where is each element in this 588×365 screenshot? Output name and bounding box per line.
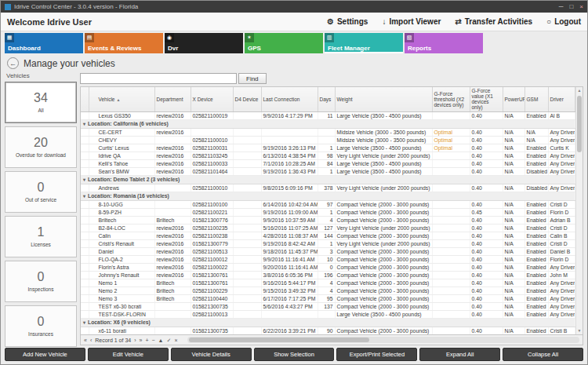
edit-vehicle-button[interactable]: Edit Vehicle — [88, 348, 169, 361]
vehicle-row-briltech[interactable]: BriltechBriltech0158213007769/9/2016 10:… — [81, 216, 575, 224]
filter-label: All — [36, 108, 45, 114]
tab-dvr[interactable]: ◉Dvr — [165, 33, 243, 53]
vehicle-row-ce-cert[interactable]: CE-CERTreview2016Midsize Vehicle (3000 -… — [81, 128, 575, 136]
nav-next-button[interactable]: › — [134, 338, 136, 343]
nav-first-button[interactable]: « — [84, 338, 87, 343]
vehicle-row-x6-11-borati[interactable]: x6-11 borati0158213007356/22/2016 3:39:2… — [81, 327, 575, 334]
vehicle-row-florin-s-astra[interactable]: Florin's Astrareview20160258211000229/20… — [81, 263, 575, 271]
tab-dashboard[interactable]: ▦Dashboard — [5, 33, 83, 53]
group-row-location-romania-16-vehicles[interactable]: ▾Location: Romania (16 vehicles) — [81, 192, 575, 200]
column-header-d4-device[interactable]: D4 Device — [233, 87, 261, 111]
vehicle-filter-card-overdue-for-download[interactable]: 20Overdue for download — [5, 126, 77, 168]
vehicle-row-curtis-lexus[interactable]: Curtis' Lexusreview20160258211000319/19/… — [81, 144, 575, 151]
group-row-location-california-6-vehicles[interactable]: ▾Location: California (6 vehicles) — [81, 119, 575, 128]
group-row-location-x6-9-vehicles[interactable]: ▾Location: X6 (9 vehicles) — [81, 318, 575, 327]
column-header-x-device[interactable]: X Device — [191, 87, 233, 111]
column-header-powerup[interactable]: PowerUP — [503, 87, 524, 111]
cell-x-device: 025821100033 — [191, 159, 233, 167]
vehicle-filter-card-out-of-service[interactable]: 0Out of service — [5, 171, 77, 213]
back-button[interactable]: ← — [7, 57, 19, 69]
collapse-caret-icon[interactable]: ▾ — [83, 177, 85, 182]
vehicle-row-8-59-pzh[interactable]: 8-59-PZH0258211002219/19/2016 11:09:00 A… — [81, 208, 575, 216]
vehicle-filter-card-all[interactable]: 34All — [5, 82, 77, 123]
nav-cancel-button[interactable]: × — [174, 338, 177, 343]
export-print-selected-button[interactable]: Export/Print Selected — [336, 348, 417, 361]
tab-reports[interactable]: ▧Reports — [405, 33, 483, 53]
close-button[interactable]: × — [579, 3, 583, 10]
tab-fleet-manager[interactable]: ▥Fleet Manager — [325, 33, 403, 53]
expand-all-button[interactable]: Expand All — [419, 348, 500, 361]
cell-d4-device — [233, 216, 261, 224]
column-header-gsm[interactable]: GSM — [524, 87, 548, 111]
search-input[interactable] — [80, 73, 237, 84]
cell-vehicle: Kelli's Tahoe — [89, 159, 154, 167]
vehicle-row-cristi-s-renault[interactable]: Cristi's Renaultreview20160158213007799/… — [81, 239, 575, 247]
record-navigator: « ‹ Record 1 of 34 › » + − ▲ ✓ × — [80, 335, 583, 345]
collapse-caret-icon[interactable]: ▾ — [83, 320, 85, 325]
column-header-g-force-value-x1-devices-only[interactable]: G-Force value (X1 devices only) — [470, 87, 503, 111]
vertical-scrollbar-thumb[interactable] — [577, 96, 582, 152]
tab-gps[interactable]: ✶GPS — [245, 33, 323, 53]
vehicle-row-b2-84-loc[interactable]: B2-84-LOCreview20160258211002355/16/2016… — [81, 224, 575, 232]
vehicle-row-idrive-qa[interactable]: Idrive QAreview20160258211032456/13/2016… — [81, 151, 575, 159]
vertical-scrollbar[interactable]: ▲ ▼ — [575, 87, 583, 334]
nav-prev-button[interactable]: ‹ — [90, 338, 92, 343]
vehicle-row-lexus-gs350[interactable]: Lexus GS350review20160258211000199/9/201… — [81, 111, 575, 119]
minimize-button[interactable]: ─ — [559, 3, 564, 10]
collapse-caret-icon[interactable]: ▾ — [83, 122, 85, 126]
vehicle-row-test-dsk-florin[interactable]: TEST-DSK-FLORIN025821100013Large Vehicle… — [81, 310, 575, 318]
filter-count: 0 — [38, 181, 45, 195]
nav-delete-button[interactable]: − — [152, 338, 155, 343]
show-selection-button[interactable]: Show Selection — [254, 348, 335, 361]
vehicle-row-calin[interactable]: Calinreview20160258211002384/28/2016 11:… — [81, 232, 575, 239]
vehicle-row-andrews[interactable]: Andrews0258211000109/8/2015 6:09:16 PM37… — [81, 184, 575, 192]
import-viewer-button[interactable]: ↓ Import Viewer — [382, 17, 441, 26]
nav-endedit-button[interactable]: ✓ — [167, 338, 172, 343]
cell-department: Briltech — [154, 216, 191, 224]
horizontal-scrollbar-thumb[interactable] — [189, 338, 369, 342]
row-indent-cell — [81, 263, 89, 271]
tab-events-reviews[interactable]: ▤Events & Reviews — [85, 33, 163, 53]
vehicle-row-johnny-s-renault[interactable]: Johnny's Renaultreview20160158213007613/… — [81, 271, 575, 279]
collapse-all-button[interactable]: Collapse All — [503, 348, 583, 361]
group-label-cell: ▾Location: X6 (9 vehicles) — [81, 318, 575, 327]
vehicle-filter-card-insurances[interactable]: 0Insurances — [5, 305, 77, 347]
cell-driver: Any Driver — [548, 159, 575, 167]
scroll-up-icon[interactable]: ▲ — [576, 87, 583, 94]
column-header-g-force-threshold-x2-devices-only[interactable]: G-Force threshold (X2 devices only) — [432, 87, 470, 111]
vehicle-row-kelli-s-tahoe[interactable]: Kelli's Tahoereview20160258211000337/1/2… — [81, 159, 575, 167]
logout-button[interactable]: ○ Logout — [546, 17, 581, 26]
vehicle-row-sean-s-bmw[interactable]: Sean's BMWreview20160258211014649/19/201… — [81, 167, 575, 175]
vehicle-row-nemo-3[interactable]: Nemo 3Briltech0258211004406/17/2016 7:17… — [81, 294, 575, 302]
collapse-caret-icon[interactable]: ▾ — [83, 194, 85, 199]
nav-edit-button[interactable]: ▲ — [158, 338, 164, 343]
column-header-driver[interactable]: Driver — [548, 87, 575, 111]
settings-button[interactable]: ⚙ Settings — [327, 17, 368, 26]
column-header-department[interactable]: Department — [154, 87, 191, 111]
cell-vehicle: B2-84-LOC — [89, 224, 154, 232]
find-button[interactable]: Find — [238, 73, 267, 84]
column-header-last-connection[interactable]: Last Connection — [261, 87, 318, 111]
vehicle-row-nemo-2[interactable]: Nemo 2Briltech0258211002299/15/2016 3:49… — [81, 287, 575, 294]
transfer-activities-button[interactable]: ⇄ Transfer Activities — [455, 17, 532, 26]
maximize-button[interactable]: □ — [569, 3, 573, 10]
vehicle-row-nemo-1[interactable]: Nemo 1Briltech0158213007619/16/2016 5:44… — [81, 279, 575, 287]
vehicle-details-button[interactable]: Vehicle Details — [171, 348, 252, 361]
cell-days: 378 — [318, 184, 335, 192]
column-header-weight[interactable]: Weight — [335, 87, 432, 111]
vehicle-filter-card-inspections[interactable]: 0Inspections — [5, 261, 77, 302]
vehicle-filter-card-licenses[interactable]: 1Licenses — [5, 216, 77, 257]
column-header-days[interactable]: Days — [318, 87, 335, 111]
vehicle-row-flo-qa-2[interactable]: FLO-QA-2review20160258211000129/9/2016 1… — [81, 255, 575, 263]
vehicle-row-daniel[interactable]: Danielreview20160258211005139/18/2016 11… — [81, 247, 575, 255]
scroll-down-icon[interactable]: ▼ — [576, 327, 583, 334]
vehicle-row-test-x6-30-bcrati[interactable]: TEST x6-30 bcrati0158213007355/6/2016 4:… — [81, 302, 575, 310]
add-new-vehicle-button[interactable]: Add New Vehicle — [5, 348, 85, 361]
nav-last-button[interactable]: » — [140, 338, 143, 343]
vehicle-row-8-10-ugg[interactable]: 8-10-UGG0258211001006/14/2016 10:42:04 A… — [81, 200, 575, 208]
group-row-location-demo-tablet-2-3-vehicles[interactable]: ▾Location: Demo Tablet 2 (3 vehicles) — [81, 175, 575, 184]
nav-append-button[interactable]: + — [145, 338, 148, 343]
horizontal-scrollbar[interactable] — [187, 337, 579, 343]
column-header-vehicle[interactable]: Vehicle▲ — [89, 87, 154, 111]
vehicle-row-chevy[interactable]: CHEVY025821100010Midsize Vehicle (3000 -… — [81, 136, 575, 144]
